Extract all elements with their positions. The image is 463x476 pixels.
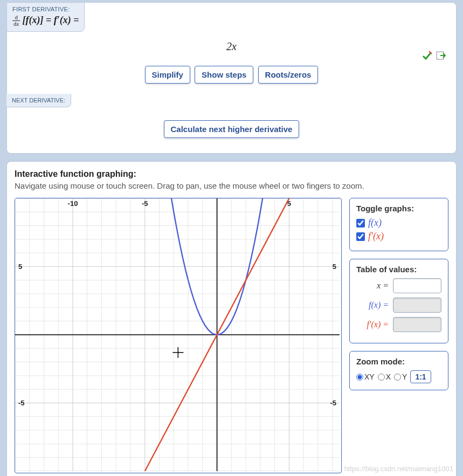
fx-label: f(x) = <box>356 300 389 310</box>
zoom-x-option[interactable]: X <box>378 372 391 381</box>
zoom-xy-option[interactable]: XY <box>356 372 375 381</box>
simplify-button[interactable]: Simplify <box>145 66 190 84</box>
fx-output <box>393 298 441 313</box>
table-title: Table of values: <box>356 265 441 274</box>
svg-text:5: 5 <box>333 263 336 271</box>
zoom-mode-box: Zoom mode: XY X Y 1:1 <box>349 351 448 390</box>
svg-text:5: 5 <box>18 263 22 271</box>
svg-text:-5: -5 <box>142 199 148 208</box>
graph-subtitle: Navigate using mouse or touch screen. Dr… <box>15 181 448 190</box>
calc-next-derivative-button[interactable]: Calculate next higher derivative <box>164 120 300 138</box>
plot-area[interactable]: -10-55-5-555 <box>15 198 342 473</box>
svg-text:-5: -5 <box>18 399 25 407</box>
toggle-graphs-box: Toggle graphs: f(x) f′(x) <box>349 198 448 251</box>
toggle-fpx-label: f′(x) <box>368 231 384 242</box>
zoom-y-option[interactable]: Y <box>394 372 407 381</box>
zoom-x-radio[interactable] <box>378 374 385 381</box>
first-derivative-panel: FIRST DERIVATIVE: ddx[f(x)] = f′(x) = 2x… <box>6 2 457 154</box>
next-derivative-tab: NEXT DERIVATIVE: <box>6 94 71 107</box>
check-icon[interactable] <box>421 50 432 61</box>
x-input[interactable] <box>393 278 441 293</box>
toggle-fpx-checkbox[interactable] <box>356 232 365 241</box>
toggle-fx-checkbox[interactable] <box>356 219 365 227</box>
toggle-title: Toggle graphs: <box>356 204 441 213</box>
zoom-reset-button[interactable]: 1:1 <box>410 370 431 383</box>
zoom-title: Zoom mode: <box>356 357 441 366</box>
graph-panel: Interactive function graphing: Navigate … <box>6 161 457 476</box>
x-label: x = <box>356 281 389 291</box>
graph-title: Interactive function graphing: <box>15 169 448 179</box>
zoom-xy-radio[interactable] <box>356 374 363 381</box>
fpx-label: f′(x) = <box>356 320 389 329</box>
svg-text:-10: -10 <box>68 199 78 208</box>
svg-text:-5: -5 <box>330 399 336 407</box>
toggle-fx-label: f(x) <box>368 217 382 229</box>
fpx-output <box>393 317 441 332</box>
roots-zeros-button[interactable]: Roots/zeros <box>258 66 319 84</box>
export-icon[interactable] <box>436 50 446 61</box>
first-derivative-result: 2x <box>12 40 451 53</box>
next-derivative-tab-label: NEXT DERIVATIVE: <box>12 97 65 104</box>
show-steps-button[interactable]: Show steps <box>195 66 253 84</box>
zoom-y-radio[interactable] <box>394 374 401 381</box>
table-of-values-box: Table of values: x = f(x) = f′(x) = <box>349 259 448 343</box>
